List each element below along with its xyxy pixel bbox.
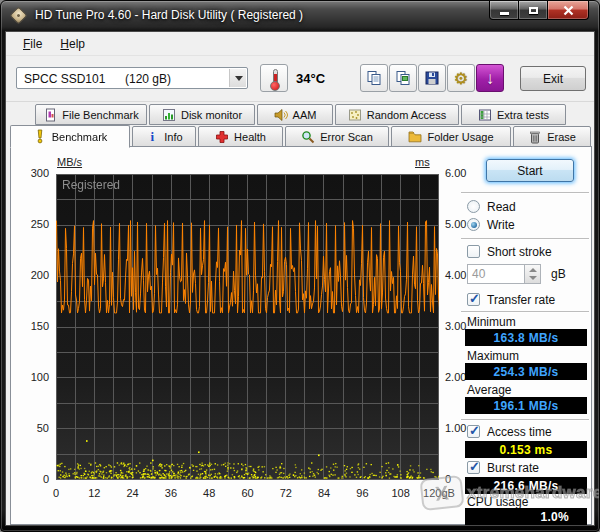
access-time-checkbox[interactable] <box>467 425 480 438</box>
tab-label: Extra tests <box>497 109 549 121</box>
y-left-tick-label: 50 <box>15 422 49 434</box>
cpu-usage-label: CPU usage <box>467 495 528 509</box>
temperature-button[interactable] <box>260 64 288 92</box>
benchmark-chart <box>56 174 439 480</box>
access-time-value: 0.153 ms <box>465 441 587 458</box>
drive-model: SPCC SSD101 <box>24 72 105 86</box>
cpu-usage-value: 1.0% <box>465 508 587 525</box>
tab-error-scan[interactable]: Error Scan <box>285 126 389 147</box>
tab-benchmark[interactable]: Benchmark <box>10 125 130 148</box>
burst-rate-label: Burst rate <box>487 461 539 475</box>
tab-label: Benchmark <box>52 131 108 143</box>
tab-aam[interactable]: AAM <box>257 104 333 125</box>
registered-watermark: Registered <box>62 178 120 192</box>
tab-random-access[interactable]: Random Access <box>335 104 459 125</box>
info-icon: i <box>145 130 159 144</box>
tab-label: AAM <box>293 109 317 121</box>
y-left-tick-label: 250 <box>15 218 49 230</box>
write-radio[interactable] <box>467 218 480 231</box>
drive-selector-dropdown[interactable] <box>229 69 246 87</box>
drive-selector[interactable]: SPCC SSD101 (120 gB) <box>16 67 248 89</box>
window-title: HD Tune Pro 4.60 - Hard Disk Utility ( R… <box>35 8 303 22</box>
tab-label: Folder Usage <box>427 131 493 143</box>
download-update-button[interactable]: ↓ <box>476 64 504 92</box>
toolbar: SPCC SSD101 (120 gB) 34°C <box>6 56 594 102</box>
speaker-icon <box>274 108 288 122</box>
random-access-icon <box>348 108 362 122</box>
short-stroke-stepper[interactable] <box>525 264 541 284</box>
y-left-axis-label: MB/s <box>57 156 82 168</box>
tab-label: File Benchmark <box>62 109 138 121</box>
tab-erase[interactable]: Erase <box>513 126 591 147</box>
transfer-rate-label: Transfer rate <box>487 293 555 307</box>
client-area: File Help SPCC SSD101 (120 gB) 34°C <box>5 31 595 526</box>
tab-label: Disk monitor <box>181 109 242 121</box>
stepper-up-icon <box>529 268 537 272</box>
caption-buttons <box>489 1 589 20</box>
average-value: 196.1 MB/s <box>465 397 587 414</box>
app-icon <box>9 6 27 24</box>
start-button[interactable]: Start <box>486 159 574 182</box>
minimum-label: Minimum <box>467 315 516 329</box>
separator <box>461 238 589 239</box>
minimum-value: 163.8 MB/s <box>465 329 587 346</box>
trash-icon <box>528 130 542 144</box>
short-stroke-value-field[interactable]: 40 <box>467 264 525 284</box>
tab-health[interactable]: Health <box>198 126 283 147</box>
tab-file-benchmark[interactable]: File Benchmark <box>35 104 147 125</box>
short-stroke-checkbox[interactable] <box>467 245 480 258</box>
health-cross-icon <box>215 130 229 144</box>
drive-capacity: (120 gB) <box>125 72 171 86</box>
tab-folder-usage[interactable]: Folder Usage <box>391 126 511 147</box>
thermometer-bulb <box>270 81 280 91</box>
short-stroke-unit: gB <box>551 267 566 281</box>
y-right-tick-label: 6.00 <box>445 167 479 179</box>
copy-screenshot-button[interactable] <box>389 64 417 92</box>
magnifier-icon <box>301 130 315 144</box>
separator <box>461 311 589 312</box>
average-label: Average <box>467 383 511 397</box>
title-bar: HD Tune Pro 4.60 - Hard Disk Utility ( R… <box>1 1 599 31</box>
tab-info[interactable]: i Info <box>132 126 196 147</box>
y-left-tick-label: 150 <box>15 320 49 332</box>
read-radio[interactable] <box>467 200 480 213</box>
stepper-down-icon <box>529 276 537 280</box>
copy-icon <box>366 70 382 86</box>
menu-help[interactable]: Help <box>51 34 94 54</box>
copy-text-button[interactable] <box>360 64 388 92</box>
burst-rate-value: 216.6 MB/s <box>465 477 587 494</box>
burst-rate-checkbox[interactable] <box>467 461 480 474</box>
menu-file[interactable]: File <box>14 34 51 54</box>
short-stroke-label: Short stroke <box>487 245 552 259</box>
save-icon <box>424 70 440 86</box>
tab-label: Health <box>234 131 266 143</box>
tab-label: Error Scan <box>320 131 373 143</box>
app-window: HD Tune Pro 4.60 - Hard Disk Utility ( R… <box>0 0 600 532</box>
write-label: Write <box>487 218 515 232</box>
y-left-tick-label: 0 <box>15 473 49 485</box>
options-button[interactable]: ⚙ <box>447 64 475 92</box>
tab-label: Info <box>164 131 182 143</box>
exit-button[interactable]: Exit <box>520 66 586 91</box>
close-button[interactable] <box>547 1 589 20</box>
maximum-value: 254.3 MB/s <box>465 363 587 380</box>
disk-monitor-icon <box>162 108 176 122</box>
tab-extra-tests[interactable]: Extra tests <box>461 104 566 125</box>
download-arrow-icon: ↓ <box>486 70 495 87</box>
x-axis-tick-label: 120gB <box>417 487 461 499</box>
y-left-tick-label: 200 <box>15 269 49 281</box>
chart-canvas <box>56 174 439 480</box>
access-time-label: Access time <box>487 425 552 439</box>
minimize-button[interactable] <box>489 1 519 20</box>
maximum-label: Maximum <box>467 349 519 363</box>
transfer-rate-checkbox[interactable] <box>467 293 480 306</box>
tab-disk-monitor[interactable]: Disk monitor <box>149 104 255 125</box>
benchmark-panel: MB/s ms Registered 3002502001501005006.0… <box>10 146 592 525</box>
folder-icon <box>408 130 422 144</box>
save-button[interactable] <box>418 64 446 92</box>
maximize-button[interactable] <box>519 1 547 20</box>
minimize-icon <box>500 12 509 15</box>
y-right-axis-label: ms <box>415 156 430 168</box>
y-left-tick-label: 300 <box>15 167 49 179</box>
close-icon <box>563 5 574 16</box>
